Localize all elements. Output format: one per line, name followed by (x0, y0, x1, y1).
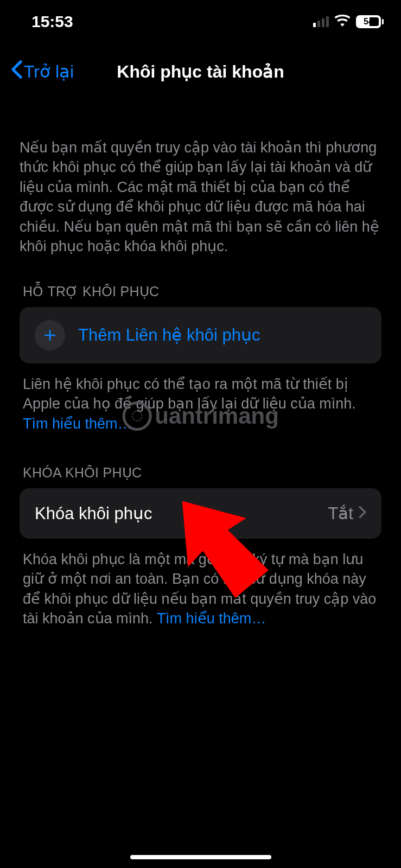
home-indicator[interactable] (130, 855, 271, 859)
learn-more-link-2[interactable]: Tìm hiểu thêm… (157, 610, 266, 627)
battery-icon: 54 (356, 15, 384, 28)
page-title: Khôi phục tài khoản (117, 61, 284, 82)
nav-header: Trở lại Khôi phục tài khoản (0, 38, 401, 100)
status-time: 15:53 (31, 12, 73, 31)
learn-more-link-1[interactable]: Tìm hiểu thêm… (23, 416, 132, 432)
battery-percent: 54 (364, 17, 373, 27)
cellular-signal-icon (313, 16, 329, 27)
back-label: Trở lại (24, 61, 74, 82)
chevron-right-icon (359, 506, 366, 521)
wifi-icon (334, 15, 351, 29)
section-header-recovery-support: HỖ TRỢ KHÔI PHỤC (23, 284, 381, 299)
recovery-key-footer: Khóa khôi phục là một mã gồm 28 ký tự mà… (23, 550, 378, 629)
recovery-contact-footer: Liên hệ khôi phục có thể tạo ra một mã t… (23, 374, 378, 433)
footer-text-1: Liên hệ khôi phục có thể tạo ra một mã t… (23, 376, 356, 412)
back-button[interactable]: Trở lại (11, 60, 74, 84)
recovery-contact-group: Thêm Liên hệ khôi phục (20, 307, 381, 363)
recovery-key-row[interactable]: Khóa khôi phục Tắt (20, 488, 381, 539)
recovery-key-status: Tắt (328, 503, 353, 524)
recovery-key-label: Khóa khôi phục (35, 503, 152, 524)
status-bar: 15:53 54 (0, 0, 401, 38)
status-indicators: 54 (313, 15, 384, 29)
intro-text: Nếu bạn mất quyền truy cập vào tài khoản… (20, 138, 381, 257)
chevron-left-icon (11, 60, 23, 84)
add-recovery-contact-button[interactable]: Thêm Liên hệ khôi phục (20, 307, 381, 363)
recovery-key-group: Khóa khôi phục Tắt (20, 488, 381, 539)
add-recovery-contact-label: Thêm Liên hệ khôi phục (78, 325, 260, 345)
plus-icon (35, 320, 65, 350)
section-header-recovery-key: KHÓA KHÔI PHỤC (23, 465, 381, 481)
